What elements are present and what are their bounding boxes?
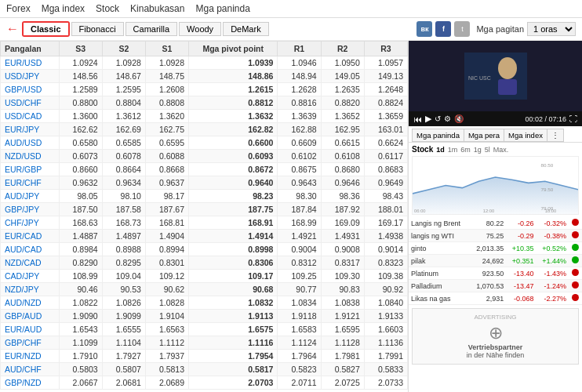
support-resistance-value: 109.25 xyxy=(278,270,321,283)
table-row: USD/JPY148.56148.67148.75148.86148.94149… xyxy=(1,70,408,83)
time-tab-max[interactable]: Max. xyxy=(493,146,509,154)
support-resistance-value: 1.0834 xyxy=(278,296,321,310)
support-resistance-value: 1.9099 xyxy=(102,310,145,323)
ad-line3: in der Nähe finden xyxy=(417,351,573,359)
support-resistance-value: 109.30 xyxy=(321,270,364,283)
pivot-value: 98.23 xyxy=(189,190,278,203)
pair-name: NZD/JPY xyxy=(1,283,60,296)
play-icon[interactable]: ⏮ xyxy=(413,114,422,124)
rewind-icon[interactable]: ↺ xyxy=(435,114,441,123)
support-resistance-value: 1.2608 xyxy=(145,83,188,96)
support-resistance-value: 1.0928 xyxy=(145,56,188,70)
commodity-price: 75.25 xyxy=(470,230,506,242)
support-resistance-value: 0.6595 xyxy=(145,136,188,150)
support-resistance-value: 0.8295 xyxy=(102,256,145,270)
support-resistance-value: 1.7964 xyxy=(278,350,321,363)
support-resistance-value: 0.8660 xyxy=(59,163,102,176)
support-resistance-value: 0.8668 xyxy=(145,163,188,176)
nav-kinabukasan[interactable]: Kinabukasan xyxy=(130,3,184,14)
support-resistance-value: 149.13 xyxy=(364,70,407,83)
pair-name: GBP/AUD xyxy=(1,310,60,323)
time-tab-1m[interactable]: 1m xyxy=(448,146,458,154)
table-row: EUR/CHF0.96320.96340.96370.96400.96430.9… xyxy=(1,176,408,190)
commodity-price: 80.22 xyxy=(470,217,506,230)
pair-name: EUR/AUD xyxy=(1,323,60,336)
table-row: GBP/USD1.25891.25951.26081.26151.26281.2… xyxy=(1,83,408,96)
pivot-value: 1.9113 xyxy=(189,310,278,323)
support-resistance-value: 1.9133 xyxy=(364,310,407,323)
ad-line2: Vertriebspartner xyxy=(417,343,573,351)
support-resistance-value: 0.9649 xyxy=(364,176,407,190)
support-resistance-value: 1.3620 xyxy=(145,110,188,123)
support-resistance-value: 1.0946 xyxy=(278,56,321,70)
support-resistance-value: 0.6073 xyxy=(59,150,102,163)
pagitan-select[interactable]: 1 oras 4 oras 1 araw xyxy=(527,22,576,36)
table-row: EUR/USD1.09241.09281.09281.09391.09461.0… xyxy=(1,56,408,70)
support-resistance-value: 0.5803 xyxy=(59,363,102,376)
market-tab-pera[interactable]: Mga pera xyxy=(464,129,504,142)
table-row: GBP/NZD2.06672.06812.06892.07032.07112.0… xyxy=(1,376,408,390)
nav-forex[interactable]: Forex xyxy=(6,3,31,14)
support-resistance-value: 0.8680 xyxy=(321,163,364,176)
fullscreen-icon[interactable]: ⛶ xyxy=(569,114,577,123)
commodity-row: Langis ng Brent 80.22 -0.26 -0.32% xyxy=(409,217,582,230)
support-resistance-value: 0.8301 xyxy=(145,256,188,270)
time-tab-6m[interactable]: 6m xyxy=(460,146,471,154)
pair-name: EUR/USD xyxy=(1,56,60,70)
time-tab-5l[interactable]: 5l xyxy=(485,146,490,154)
support-resistance-value: 162.75 xyxy=(145,123,188,136)
twitter-icon[interactable]: t xyxy=(454,21,470,37)
table-row: GBP/CHF1.10991.11041.11121.11161.11241.1… xyxy=(1,336,408,350)
support-resistance-value: 2.0711 xyxy=(278,376,321,390)
nav-stock[interactable]: Stock xyxy=(96,3,119,14)
pair-name: GBP/USD xyxy=(1,83,60,96)
tab-demark[interactable]: DeMark xyxy=(223,22,269,36)
support-resistance-value: 1.9090 xyxy=(59,310,102,323)
commodity-price: 1,070.53 xyxy=(470,280,506,292)
support-resistance-value: 162.62 xyxy=(59,123,102,136)
support-resistance-value: 169.09 xyxy=(321,216,364,230)
nav-mga-paninda[interactable]: Mga paninda xyxy=(195,3,249,14)
support-resistance-value: 0.5833 xyxy=(364,363,407,376)
market-tab-paninda[interactable]: Mga paninda xyxy=(412,129,464,142)
tab-classic[interactable]: Classic xyxy=(24,23,68,35)
pivot-value: 1.1116 xyxy=(189,336,278,350)
support-resistance-value: 1.0928 xyxy=(102,56,145,70)
facebook-icon[interactable]: f xyxy=(435,21,451,37)
svg-text:79.50: 79.50 xyxy=(541,187,554,192)
commodity-name: Likas na gas xyxy=(409,292,470,305)
pivot-tab-bar: ← Classic Fibonacci Camarilla Woody DeMa… xyxy=(0,18,582,41)
table-row: EUR/AUD1.65431.65551.65631.65751.65831.6… xyxy=(1,323,408,336)
tab-woody[interactable]: Woody xyxy=(179,22,221,36)
support-resistance-value: 0.8312 xyxy=(278,256,321,270)
pivot-value: 2.0703 xyxy=(189,376,278,390)
support-resistance-value: 109.12 xyxy=(145,270,188,283)
tab-camarilla[interactable]: Camarilla xyxy=(125,22,177,36)
market-tab-index[interactable]: Mga index xyxy=(504,129,547,142)
more-icon[interactable]: ⋮ xyxy=(547,129,564,142)
vk-icon[interactable]: вк xyxy=(416,21,432,37)
commodity-change: -0.068 xyxy=(506,292,536,305)
ad-label: ADVERTISING xyxy=(417,314,573,321)
video-area: NIC USC xyxy=(409,41,582,111)
commodity-pct: -0.38% xyxy=(537,230,569,242)
commodity-row: Likas na gas 2,931 -0.068 -2.27% xyxy=(409,292,582,305)
col-r1: R1 xyxy=(278,42,321,56)
support-resistance-value: 1.2635 xyxy=(321,83,364,96)
time-tab-1g[interactable]: 1g xyxy=(474,146,482,154)
pause-icon[interactable]: ▶ xyxy=(425,114,431,124)
support-resistance-value: 1.0840 xyxy=(364,296,407,310)
support-resistance-value: 98.36 xyxy=(321,190,364,203)
tab-fibonacci[interactable]: Fibonacci xyxy=(71,22,124,36)
pivot-value: 1.3632 xyxy=(189,110,278,123)
settings-icon[interactable]: ⚙ xyxy=(444,114,451,123)
support-resistance-value: 162.95 xyxy=(321,123,364,136)
commodity-name: pilak xyxy=(409,255,470,267)
pivot-value: 0.6093 xyxy=(189,150,278,163)
nav-mga-index[interactable]: Mga index xyxy=(42,3,85,14)
time-tab-1d[interactable]: 1d xyxy=(436,146,445,154)
support-resistance-value: 1.4921 xyxy=(278,230,321,243)
support-resistance-value: 1.3600 xyxy=(59,110,102,123)
right-panel: NIC USC ⏮ ▶ ↺ ⚙ 🔇 00:02 / 07:16 ⛶ Mga pa… xyxy=(408,41,582,392)
volume-icon[interactable]: 🔇 xyxy=(454,114,464,123)
